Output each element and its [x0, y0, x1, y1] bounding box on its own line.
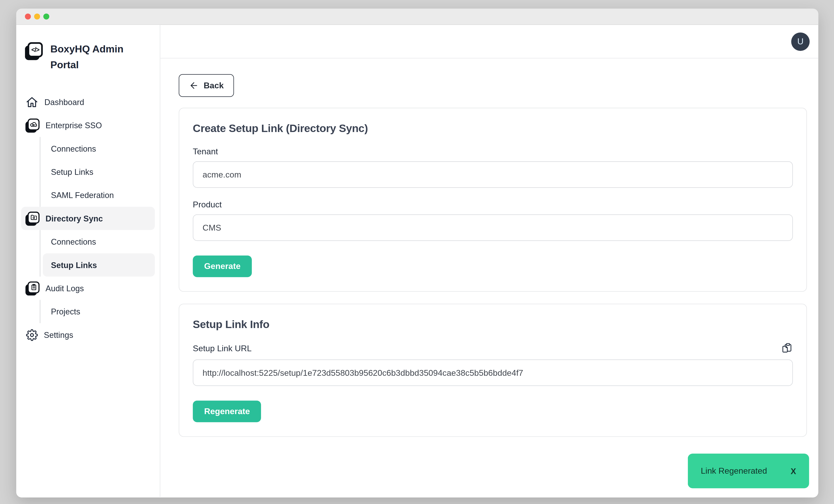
sso-cloud-key-keycap-icon: [25, 118, 40, 132]
sidebar-item-label: Settings: [44, 330, 73, 339]
sidebar-nav: Dashboard Enterprise S: [21, 90, 155, 346]
generate-button[interactable]: Generate: [193, 256, 252, 277]
sidebar-item-label: Dashboard: [44, 97, 84, 107]
user-avatar[interactable]: U: [791, 32, 810, 51]
sidebar-item-projects[interactable]: Projects: [43, 300, 155, 323]
sidebar-item-label: Directory Sync: [45, 214, 103, 223]
sidebar-item-dsync-connections[interactable]: Connections: [43, 230, 155, 253]
sidebar-item-saml-federation[interactable]: SAML Federation: [43, 184, 155, 207]
sidebar-item-label: SAML Federation: [51, 190, 114, 200]
brand-logo-row[interactable]: </> BoxyHQ Admin Portal: [25, 41, 151, 72]
back-button[interactable]: Back: [179, 74, 234, 97]
sidebar-item-label: Connections: [51, 144, 96, 153]
url-label-row: Setup Link URL: [193, 343, 793, 354]
maximize-window-icon[interactable]: [43, 14, 49, 20]
gear-icon: [26, 329, 38, 341]
copy-to-clipboard-button[interactable]: [781, 343, 793, 354]
app-window: </> BoxyHQ Admin Portal Dashboard: [16, 9, 818, 498]
tenant-input[interactable]: [193, 161, 793, 188]
sidebar-item-sso-setup-links[interactable]: Setup Links: [43, 160, 155, 183]
toast-notification: Link Regenerated X: [688, 454, 809, 488]
app-title: BoxyHQ Admin Portal: [50, 41, 132, 72]
toast-message: Link Regenerated: [701, 466, 767, 476]
sidebar: </> BoxyHQ Admin Portal Dashboard: [16, 25, 160, 497]
desktop: </> BoxyHQ Admin Portal Dashboard: [0, 0, 834, 504]
avatar-initial: U: [797, 37, 804, 46]
product-label: Product: [193, 200, 793, 210]
sidebar-item-label: Projects: [51, 307, 80, 316]
regenerate-button[interactable]: Regenerate: [193, 400, 261, 422]
tenant-label: Tenant: [193, 147, 793, 157]
main-area: U Back Create Setup Link (Directory Sync…: [160, 25, 818, 497]
toast-close-button[interactable]: X: [786, 464, 800, 478]
app-body: </> BoxyHQ Admin Portal Dashboard: [16, 25, 818, 497]
arrow-left-icon: [189, 81, 199, 91]
close-window-icon[interactable]: [25, 14, 31, 20]
create-setup-link-card: Create Setup Link (Directory Sync) Tenan…: [179, 108, 807, 292]
setup-link-url-input[interactable]: [193, 360, 793, 386]
audit-logs-subnav: Projects: [40, 300, 155, 323]
card-title: Create Setup Link (Directory Sync): [193, 122, 793, 135]
top-header: U: [160, 25, 818, 59]
minimize-window-icon[interactable]: [34, 14, 40, 20]
sidebar-item-label: Audit Logs: [45, 284, 84, 293]
sidebar-item-audit-logs[interactable]: Audit Logs: [21, 277, 155, 300]
page-content: Back Create Setup Link (Directory Sync) …: [160, 59, 818, 437]
enterprise-sso-subnav: Connections Setup Links SAML Federation: [40, 137, 155, 207]
sidebar-item-dsync-setup-links[interactable]: Setup Links: [43, 253, 155, 277]
copy-clipboard-icon: [782, 343, 792, 353]
directory-sync-subnav: Connections Setup Links: [40, 230, 155, 277]
audit-clipboard-keycap-icon: [25, 281, 40, 295]
directory-folder-keycap-icon: [25, 211, 40, 226]
sidebar-item-label: Connections: [51, 237, 96, 246]
sidebar-item-directory-sync[interactable]: Directory Sync: [21, 207, 155, 230]
sidebar-item-dashboard[interactable]: Dashboard: [21, 90, 155, 114]
setup-link-url-label: Setup Link URL: [193, 344, 252, 353]
card-title: Setup Link Info: [193, 318, 793, 331]
sidebar-item-label: Enterprise SSO: [45, 121, 102, 130]
boxyhq-logo-icon: </>: [25, 42, 43, 60]
setup-link-info-card: Setup Link Info Setup Link URL: [179, 304, 807, 437]
product-input[interactable]: [193, 214, 793, 241]
sidebar-item-label: Setup Links: [51, 260, 97, 270]
sidebar-item-enterprise-sso[interactable]: Enterprise SSO: [21, 114, 155, 137]
back-label: Back: [204, 81, 224, 91]
sidebar-item-settings[interactable]: Settings: [21, 323, 155, 346]
home-icon: [25, 95, 38, 108]
window-titlebar: [16, 9, 818, 25]
sidebar-item-label: Setup Links: [51, 167, 93, 177]
sidebar-item-sso-connections[interactable]: Connections: [43, 137, 155, 160]
